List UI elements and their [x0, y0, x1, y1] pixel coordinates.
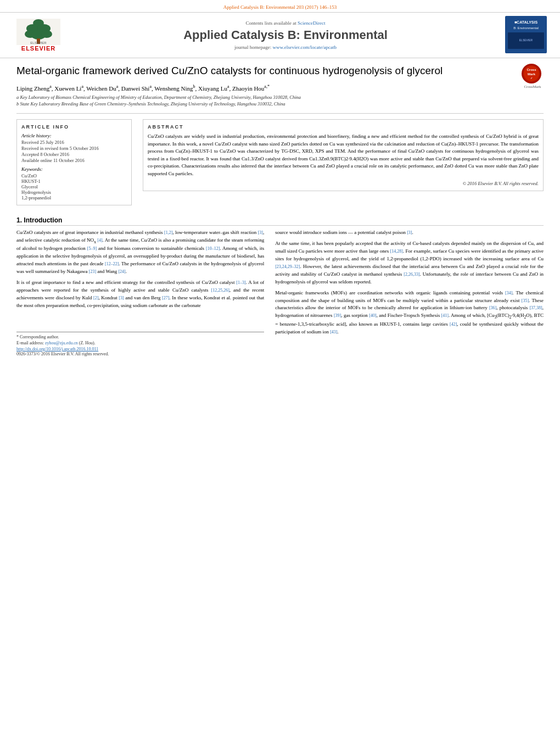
catalysis-logo: ■CATALYSIS B: Environmental ELSEVIER [505, 16, 549, 54]
keyword-5: 1,2-propanediol [21, 195, 127, 200]
intro-left-col: Cu/ZnO catalysts are of great importance… [16, 229, 264, 356]
keyword-4: Hydrogenolysis [21, 189, 127, 195]
email-link[interactable]: zyhou@zju.edu.cn [45, 341, 78, 345]
info-abstract-row: ARTICLE INFO Article history: Received 2… [16, 119, 544, 210]
history-title: Article history: [21, 133, 127, 138]
authors-line: Liping Zhenga, Xuewen Lia, Weichen Dua, … [16, 84, 513, 92]
affiliations: a Key Laboratory of Biomass Chemical Eng… [16, 94, 513, 108]
svg-text:ELSEVIER: ELSEVIER [30, 41, 47, 44]
issn-line: 0926-3373/© 2016 Elsevier B.V. All right… [16, 352, 264, 356]
introduction-columns: Cu/ZnO catalysts are of great importance… [16, 229, 544, 356]
svg-text:Cross: Cross [527, 68, 536, 71]
article-info-column: ARTICLE INFO Article history: Received 2… [16, 119, 132, 210]
abstract-text: Cu/ZnO catalysts are widely used in indu… [148, 133, 539, 177]
elsevier-text: ELSEVIER [21, 45, 55, 52]
svg-text:B: Environmental: B: Environmental [513, 26, 539, 30]
article-content: Metal-organic framework derived Cu/ZnO c… [0, 58, 560, 369]
corresponding-note: * Corresponding author. [16, 334, 264, 339]
abstract-box: ABSTRACT Cu/ZnO catalysts are widely use… [143, 119, 544, 191]
copyright-line: © 2016 Elsevier B.V. All rights reserved… [148, 181, 539, 186]
homepage-link[interactable]: www.elsevier.com/locate/apcatb [273, 44, 337, 50]
crossmark-label: CrossMark [522, 85, 544, 89]
article-title: Metal-organic framework derived Cu/ZnO c… [16, 64, 513, 79]
intro-right-col: source would introduce sodium ions — a p… [275, 229, 544, 356]
doi-line[interactable]: http://dx.doi.org/10.1016/j.apcatb.2016.… [16, 347, 264, 352]
svg-text:■CATALYSIS: ■CATALYSIS [514, 20, 538, 24]
journal-homepage: journal homepage: www.elsevier.com/locat… [66, 44, 505, 50]
article-title-section: Metal-organic framework derived Cu/ZnO c… [16, 64, 544, 114]
svg-text:Mark: Mark [528, 72, 536, 76]
intro-para2: It is of great importance to find a new … [16, 279, 264, 310]
email-line: E-mail address: zyhou@zju.edu.cn (Z. Hou… [16, 341, 264, 345]
sciencedirect-link[interactable]: ScienceDirect [298, 20, 325, 26]
abstract-title: ABSTRACT [148, 124, 539, 130]
keywords-title: Keywords: [21, 166, 127, 172]
svg-text:ELSEVIER: ELSEVIER [519, 38, 533, 42]
journal-header: ELSEVIER ELSEVIER Contents lists availab… [0, 12, 560, 58]
abstract-column: ABSTRACT Cu/ZnO catalysts are widely use… [143, 119, 544, 210]
journal-main-title: Applied Catalysis B: Environmental [66, 28, 505, 42]
intro-para4: At the same time, it has been popularly … [275, 240, 544, 286]
introduction-section: 1. Introduction Cu/ZnO catalysts are of … [16, 216, 544, 356]
elsevier-tree-svg: ELSEVIER [16, 19, 60, 45]
catalysis-logo-svg: ■CATALYSIS B: Environmental ELSEVIER [505, 16, 547, 53]
elsevier-logo: ELSEVIER ELSEVIER [11, 19, 66, 52]
footer-section: * Corresponding author. E-mail address: … [16, 332, 264, 356]
intro-para5: Metal-organic frameworks (MOFs) are coor… [275, 289, 544, 336]
keyword-1: Cu/ZnO [21, 173, 127, 178]
received-revised-date: Received in revised form 5 October 2016 [21, 146, 127, 151]
article-title-text: Metal-organic framework derived Cu/ZnO c… [16, 64, 513, 108]
available-online-date: Available online 11 October 2016 [21, 158, 127, 163]
contents-available: Contents lists available at ScienceDirec… [66, 20, 505, 26]
introduction-title: 1. Introduction [16, 216, 544, 226]
received-date: Received 25 July 2016 [21, 140, 127, 145]
intro-para1: Cu/ZnO catalysts are of great importance… [16, 229, 264, 276]
keywords-section: Keywords: Cu/ZnO HKUST-1 Glycerol Hydrog… [21, 166, 127, 200]
crossmark-badge: Cross Mark ✓ CrossMark [522, 64, 544, 89]
intro-para3: source would introduce sodium ions — a p… [275, 229, 544, 237]
keyword-3: Glycerol [21, 184, 127, 189]
article-info-box: ARTICLE INFO Article history: Received 2… [16, 119, 132, 205]
article-info-title: ARTICLE INFO [21, 124, 127, 130]
journal-citation: Applied Catalysis B: Environmental 203 (… [0, 0, 560, 12]
svg-text:✓: ✓ [530, 76, 533, 80]
svg-point-6 [41, 30, 52, 38]
crossmark-icon: Cross Mark ✓ [522, 64, 541, 83]
accepted-date: Accepted 8 October 2016 [21, 152, 127, 157]
keyword-2: HKUST-1 [21, 178, 127, 184]
journal-title-area: Contents lists available at ScienceDirec… [66, 20, 505, 50]
